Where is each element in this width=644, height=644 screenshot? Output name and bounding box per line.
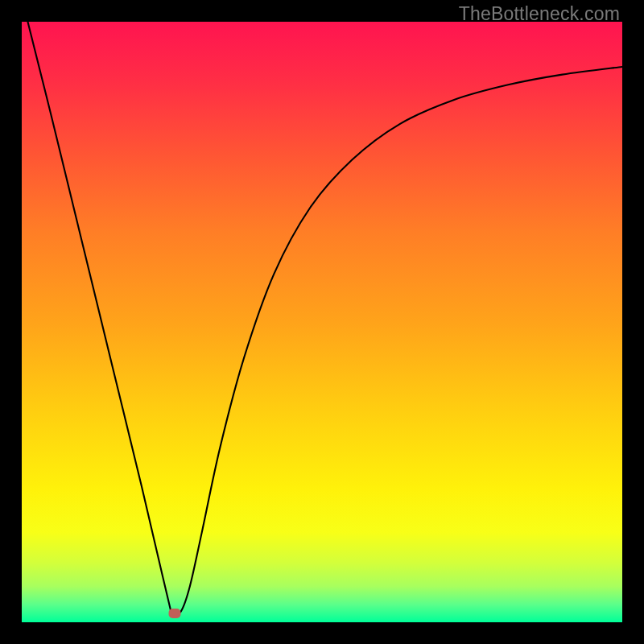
bottleneck-curve <box>22 22 622 622</box>
optimal-point-marker <box>169 609 181 618</box>
plot-frame <box>22 22 622 622</box>
watermark-text: TheBottleneck.com <box>459 3 620 25</box>
